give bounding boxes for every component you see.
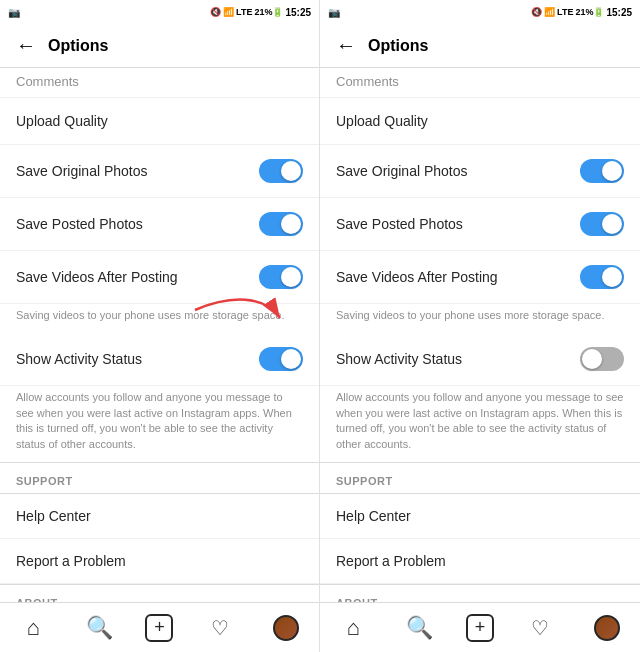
back-button-left[interactable]: ← — [16, 34, 36, 57]
header-left: ← Options — [0, 24, 319, 68]
activity-desc-left: Allow accounts you follow and anyone you… — [0, 386, 319, 462]
nav-add-left[interactable]: + — [145, 614, 173, 642]
save-posted-photos-right: Save Posted Photos — [320, 198, 640, 251]
save-posted-toggle-right[interactable] — [580, 212, 624, 236]
show-activity-right: Show Activity Status — [320, 333, 640, 386]
time-label-right: 15:25 — [606, 7, 632, 18]
save-videos-label-left: Save Videos After Posting — [16, 269, 178, 285]
network-label: LTE — [236, 7, 252, 17]
nav-profile-right[interactable] — [587, 608, 627, 648]
about-label-left: ABOUT — [0, 585, 319, 602]
report-problem-label-left: Report a Problem — [16, 553, 126, 569]
toggle-knob — [281, 161, 301, 181]
save-posted-toggle-left[interactable] — [259, 212, 303, 236]
panels-wrapper: 📷 🔇 📶 LTE 21%🔋 15:25 ← Options Comments — [0, 0, 640, 652]
status-bar-right: 📷 🔇 📶 LTE 21%🔋 15:25 — [320, 0, 640, 24]
bottom-nav-right: ⌂ 🔍 + ♡ — [320, 602, 640, 652]
show-activity-label-left: Show Activity Status — [16, 351, 142, 367]
nav-search-left[interactable]: 🔍 — [79, 608, 119, 648]
save-videos-label-right: Save Videos After Posting — [336, 269, 498, 285]
nav-home-left[interactable]: ⌂ — [13, 608, 53, 648]
save-posted-label-right: Save Posted Photos — [336, 216, 463, 232]
status-right-right: 🔇 📶 LTE 21%🔋 15:25 — [531, 7, 632, 18]
bottom-nav-left: ⌂ 🔍 + ♡ — [0, 602, 319, 652]
toggle-knob — [281, 267, 301, 287]
toggle-knob — [281, 349, 301, 369]
save-videos-left: Save Videos After Posting — [0, 251, 319, 304]
status-right: 🔇 📶 LTE 21%🔋 15:25 — [210, 7, 311, 18]
help-center-left[interactable]: Help Center — [0, 494, 319, 539]
support-label-left: SUPPORT — [0, 463, 319, 493]
comments-section-right: Comments — [320, 68, 640, 98]
mute-icon: 🔇 — [210, 7, 221, 17]
network-label-right: LTE — [557, 7, 573, 17]
battery-label-right: 21%🔋 — [575, 7, 604, 17]
save-posted-photos-left: Save Posted Photos — [0, 198, 319, 251]
show-activity-left: Show Activity Status — [0, 333, 319, 386]
camera-icon-right: 📷 — [328, 7, 340, 18]
save-videos-right: Save Videos After Posting — [320, 251, 640, 304]
content-right: Comments Upload Quality Save Original Ph… — [320, 68, 640, 602]
nav-search-right[interactable]: 🔍 — [400, 608, 440, 648]
show-activity-label-right: Show Activity Status — [336, 351, 462, 367]
save-posted-label-left: Save Posted Photos — [16, 216, 143, 232]
status-bar-left: 📷 🔇 📶 LTE 21%🔋 15:25 — [0, 0, 319, 24]
show-activity-toggle-left[interactable] — [259, 347, 303, 371]
upload-quality-label-right: Upload Quality — [336, 113, 428, 129]
right-panel: 📷 🔇 📶 LTE 21%🔋 15:25 ← Options Comments — [320, 0, 640, 652]
page-title-right: Options — [368, 37, 428, 55]
comments-label-left: Comments — [16, 74, 79, 89]
save-original-photos-right: Save Original Photos — [320, 145, 640, 198]
report-problem-label-right: Report a Problem — [336, 553, 446, 569]
save-videos-toggle-left[interactable] — [259, 265, 303, 289]
upload-quality-label-left: Upload Quality — [16, 113, 108, 129]
nav-heart-right[interactable]: ♡ — [520, 608, 560, 648]
save-original-toggle-right[interactable] — [580, 159, 624, 183]
nav-heart-left[interactable]: ♡ — [200, 608, 240, 648]
nav-home-right[interactable]: ⌂ — [333, 608, 373, 648]
toggle-knob — [602, 214, 622, 234]
toggle-knob — [281, 214, 301, 234]
time-label: 15:25 — [285, 7, 311, 18]
help-center-right[interactable]: Help Center — [320, 494, 640, 539]
battery-label: 21%🔋 — [254, 7, 283, 17]
help-center-label-left: Help Center — [16, 508, 91, 524]
save-original-label-left: Save Original Photos — [16, 163, 148, 179]
left-panel: 📷 🔇 📶 LTE 21%🔋 15:25 ← Options Comments — [0, 0, 320, 652]
page-title-left: Options — [48, 37, 108, 55]
header-right: ← Options — [320, 24, 640, 68]
comments-label-right: Comments — [336, 74, 399, 89]
activity-desc-right: Allow accounts you follow and anyone you… — [320, 386, 640, 462]
toggle-knob — [602, 161, 622, 181]
help-center-label-right: Help Center — [336, 508, 411, 524]
toggle-knob — [582, 349, 602, 369]
saving-note-right: Saving videos to your phone uses more st… — [320, 304, 640, 333]
status-left: 📷 — [8, 7, 20, 18]
nav-profile-left[interactable] — [266, 608, 306, 648]
mute-icon-right: 🔇 — [531, 7, 542, 17]
save-original-label-right: Save Original Photos — [336, 163, 468, 179]
camera-icon: 📷 — [8, 7, 20, 18]
save-original-toggle-left[interactable] — [259, 159, 303, 183]
content-left: Comments Upload Quality Save Original Ph… — [0, 68, 319, 602]
save-videos-toggle-right[interactable] — [580, 265, 624, 289]
save-original-photos-left: Save Original Photos — [0, 145, 319, 198]
profile-avatar-left — [273, 615, 299, 641]
profile-avatar-right — [594, 615, 620, 641]
upload-quality-left[interactable]: Upload Quality — [0, 98, 319, 145]
toggle-knob — [602, 267, 622, 287]
signal-icon-right: 📶 — [544, 7, 555, 17]
signal-icon: 📶 — [223, 7, 234, 17]
nav-add-right[interactable]: + — [466, 614, 494, 642]
status-left-right: 📷 — [328, 7, 340, 18]
comments-section-left: Comments — [0, 68, 319, 98]
support-label-right: SUPPORT — [320, 463, 640, 493]
back-button-right[interactable]: ← — [336, 34, 356, 57]
report-problem-right[interactable]: Report a Problem — [320, 539, 640, 584]
show-activity-toggle-right[interactable] — [580, 347, 624, 371]
saving-note-left: Saving videos to your phone uses more st… — [0, 304, 319, 333]
upload-quality-right[interactable]: Upload Quality — [320, 98, 640, 145]
report-problem-left[interactable]: Report a Problem — [0, 539, 319, 584]
about-label-right: ABOUT — [320, 585, 640, 602]
